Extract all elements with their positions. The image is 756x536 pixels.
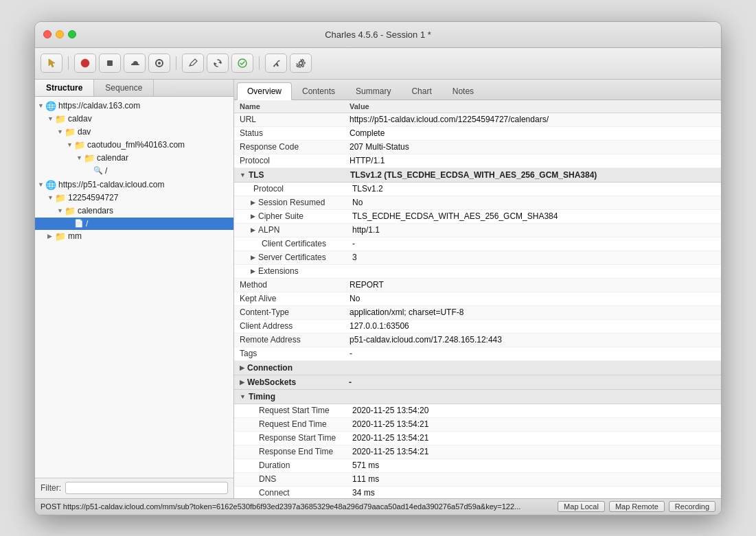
row-name: Method bbox=[240, 280, 350, 290]
expand-arrow[interactable] bbox=[38, 102, 45, 109]
folder-icon: 📁 bbox=[55, 231, 66, 242]
tree-item[interactable]: 📁 caotudou_fml%40163.com bbox=[35, 139, 233, 152]
sub-row: Response End Time 2020-11-25 13:54:21 bbox=[234, 445, 721, 459]
tree-item-label: calendar bbox=[97, 153, 128, 163]
maximize-button[interactable] bbox=[68, 30, 76, 38]
tree-container[interactable]: 🌐 https://caldav.163.com 📁 caldav 📁 dav bbox=[35, 97, 233, 478]
section-timing[interactable]: ▼ Timing bbox=[234, 390, 721, 404]
expand-arrow[interactable] bbox=[76, 154, 83, 161]
expand-arrow[interactable] bbox=[47, 233, 54, 240]
section-expand-icon[interactable]: ▼ bbox=[240, 172, 246, 178]
minimize-button[interactable] bbox=[56, 30, 64, 38]
expand-arrow[interactable] bbox=[57, 128, 64, 135]
window-title: Charles 4.5.6 - Session 1 * bbox=[325, 30, 431, 40]
section-expand-icon[interactable]: ▶ bbox=[240, 364, 244, 371]
main-content: Structure Sequence 🌐 https://caldav.163.… bbox=[35, 80, 721, 498]
close-button[interactable] bbox=[43, 30, 51, 38]
refresh-button[interactable] bbox=[207, 54, 229, 73]
sub-row-name: ▶ Session Resumed bbox=[251, 198, 352, 207]
sub-row-value: 571 ms bbox=[352, 461, 715, 470]
tab-structure[interactable]: Structure bbox=[35, 80, 94, 96]
breakpoint-button[interactable] bbox=[148, 54, 170, 73]
overview-header: Name Value bbox=[234, 100, 721, 113]
sub-row-value: - bbox=[352, 239, 715, 248]
expand-arrow[interactable] bbox=[38, 181, 45, 188]
status-bar: POST https://p51-caldav.icloud.com/mm/su… bbox=[35, 498, 721, 515]
svg-point-0 bbox=[81, 59, 89, 67]
left-panel: Structure Sequence 🌐 https://caldav.163.… bbox=[35, 80, 234, 498]
filter-input[interactable] bbox=[65, 482, 228, 494]
section-tls[interactable]: ▼ TLS TLSv1.2 (TLS_ECDHE_ECDSA_WITH_AES_… bbox=[234, 168, 721, 183]
tree-item[interactable]: 🔍 / bbox=[35, 165, 233, 177]
throttle-button[interactable] bbox=[124, 54, 146, 73]
tree-item-selected[interactable]: 📄 / bbox=[35, 218, 233, 230]
edit-button[interactable] bbox=[182, 54, 204, 73]
sub-row: Connect 34 ms bbox=[234, 487, 721, 498]
record-button[interactable] bbox=[74, 54, 96, 73]
sub-row: DNS 111 ms bbox=[234, 473, 721, 487]
section-value: TLSv1.2 (TLS_ECDHE_ECDSA_WITH_AES_256_GC… bbox=[350, 170, 597, 180]
overview-row: Content-Type application/xml; charset=UT… bbox=[234, 306, 721, 320]
tree-item[interactable]: 🌐 https://caldav.163.com bbox=[35, 100, 233, 113]
tree-item[interactable]: 📁 mm bbox=[35, 230, 233, 243]
stop-button[interactable] bbox=[99, 54, 121, 73]
separator1 bbox=[68, 56, 69, 70]
overview-row: URL https://p51-caldav.icloud.com/122545… bbox=[234, 113, 721, 127]
tree-item-label: https://caldav.163.com bbox=[58, 101, 140, 110]
tree-item[interactable]: 📁 12254594727 bbox=[35, 191, 233, 205]
folder-icon: 📁 bbox=[84, 153, 95, 163]
check-icon bbox=[238, 58, 247, 68]
tree-item-label: 12254594727 bbox=[68, 193, 118, 202]
pointer-tool-button[interactable] bbox=[41, 54, 62, 73]
tree-item[interactable]: 📁 calendars bbox=[35, 205, 233, 218]
traffic-lights bbox=[43, 30, 76, 38]
tab-chart[interactable]: Chart bbox=[401, 82, 442, 100]
sub-row-value: TLSv1.2 bbox=[352, 184, 715, 194]
validate-button[interactable] bbox=[231, 54, 253, 73]
refresh-icon bbox=[213, 58, 222, 68]
tree-item[interactable]: 🌐 https://p51-caldav.icloud.com bbox=[35, 178, 233, 191]
tab-sequence[interactable]: Sequence bbox=[94, 80, 154, 96]
row-value: HTTP/1.1 bbox=[350, 156, 715, 165]
sub-row-value: TLS_ECDHE_ECDSA_WITH_AES_256_GCM_SHA384 bbox=[352, 211, 715, 221]
tab-notes[interactable]: Notes bbox=[442, 82, 484, 100]
overview-row: Kept Alive No bbox=[234, 292, 721, 306]
overview-row: Method REPORT bbox=[234, 279, 721, 292]
tab-contents[interactable]: Contents bbox=[292, 82, 345, 100]
tree-item-label: / bbox=[86, 219, 88, 229]
section-name: Timing bbox=[249, 392, 350, 401]
row-name: Remote Address bbox=[240, 335, 350, 345]
expand-arrow[interactable] bbox=[67, 141, 73, 148]
file-icon: 📄 bbox=[74, 219, 84, 228]
tree-item-label: mm bbox=[68, 231, 82, 241]
overview-row: Client Address 127.0.0.1:63506 bbox=[234, 320, 721, 334]
folder-icon: 📁 bbox=[65, 206, 76, 216]
map-local-button[interactable]: Map Local bbox=[558, 501, 605, 512]
col-value-header: Value bbox=[350, 102, 715, 110]
sub-row-name: Response Start Time bbox=[251, 433, 352, 443]
recording-button[interactable]: Recording bbox=[669, 501, 715, 512]
section-expand-icon[interactable]: ▼ bbox=[240, 393, 246, 400]
separator2 bbox=[176, 56, 176, 70]
tree-item[interactable]: 📁 caldav bbox=[35, 113, 233, 126]
settings-button[interactable] bbox=[290, 54, 312, 73]
sub-row: Request End Time 2020-11-25 13:54:21 bbox=[234, 418, 721, 432]
tree-item[interactable]: 📁 calendar bbox=[35, 152, 233, 165]
section-name: TLS bbox=[249, 170, 350, 180]
map-remote-button[interactable]: Map Remote bbox=[609, 501, 665, 512]
section-expand-icon[interactable]: ▶ bbox=[240, 379, 244, 386]
expand-arrow[interactable] bbox=[57, 207, 64, 214]
expand-arrow[interactable] bbox=[47, 115, 54, 122]
expand-arrow[interactable] bbox=[47, 194, 54, 201]
tab-summary[interactable]: Summary bbox=[345, 82, 401, 100]
record-icon bbox=[80, 58, 90, 68]
tree-item[interactable]: 📁 dav bbox=[35, 126, 233, 139]
folder-icon: 📁 bbox=[55, 114, 66, 124]
tab-overview[interactable]: Overview bbox=[237, 82, 292, 100]
stop-icon bbox=[105, 58, 115, 68]
tools-button[interactable] bbox=[265, 54, 287, 73]
section-websockets[interactable]: ▶ WebSockets - bbox=[234, 375, 721, 390]
row-value: https://p51-caldav.icloud.com/1225459472… bbox=[350, 115, 715, 124]
section-connection[interactable]: ▶ Connection bbox=[234, 361, 721, 375]
sub-row-value: 34 ms bbox=[352, 488, 715, 498]
